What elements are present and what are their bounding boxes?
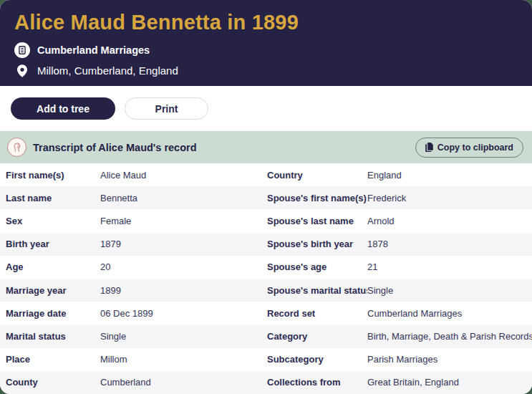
field-label-right: Spouse's last name bbox=[267, 216, 367, 226]
copy-button-label: Copy to clipboard bbox=[437, 143, 513, 153]
field-label-left: Marriage date bbox=[0, 308, 100, 319]
field-label-left: Age bbox=[0, 261, 100, 272]
field-label-right: Subcategory bbox=[267, 354, 367, 365]
field-label-right: Country bbox=[267, 170, 367, 181]
location-label: Millom, Cumberland, England bbox=[37, 64, 178, 77]
field-label-right: Spouse's marital status bbox=[267, 285, 367, 296]
field-label-left: Sex bbox=[0, 216, 100, 226]
field-label-left: Last name bbox=[0, 193, 100, 203]
field-label-right: Record set bbox=[267, 308, 367, 319]
record-set-label: Cumberland Marriages bbox=[37, 44, 150, 56]
print-button[interactable]: Print bbox=[125, 97, 208, 120]
field-label-left: County bbox=[0, 377, 100, 388]
field-label-left: Marriage year bbox=[0, 285, 100, 296]
table-row: Marriage date 06 Dec 1899 Record set Cum… bbox=[0, 302, 532, 325]
field-value-left: Alice Maud bbox=[100, 170, 267, 181]
field-label-right: Spouse's age bbox=[267, 261, 367, 272]
field-value-right: Great Britain, England bbox=[367, 377, 532, 388]
field-value-right: 1878 bbox=[367, 239, 532, 249]
table-row: Place Millom Subcategory Parish Marriage… bbox=[0, 348, 532, 371]
copy-icon bbox=[425, 143, 433, 152]
table-row: Sex Female Spouse's last name Arnold bbox=[0, 209, 532, 232]
page-title: Alice Maud Bennetta in 1899 bbox=[14, 11, 518, 34]
field-value-left: Female bbox=[100, 216, 267, 226]
table-row: County Cumberland Collections from Great… bbox=[0, 371, 532, 394]
table-row: First name(s) Alice Maud Country England bbox=[0, 163, 532, 186]
field-value-right: England bbox=[367, 170, 532, 181]
field-label-left: Place bbox=[0, 354, 100, 365]
action-bar: Add to tree Print bbox=[0, 86, 532, 131]
transcript-title: Transcript of Alice Maud's record bbox=[33, 142, 197, 153]
field-value-left: 1879 bbox=[100, 239, 267, 249]
record-page: Alice Maud Bennetta in 1899 Cumberland M… bbox=[0, 0, 532, 394]
field-value-left: Millom bbox=[100, 354, 267, 365]
field-value-left: 06 Dec 1899 bbox=[100, 308, 267, 319]
table-row: Last name Bennetta Spouse's first name(s… bbox=[0, 186, 532, 209]
portrait-icon bbox=[7, 138, 26, 157]
add-to-tree-button[interactable]: Add to tree bbox=[11, 97, 115, 120]
table-row: Marital status Single Category Birth, Ma… bbox=[0, 325, 532, 347]
table-row: Birth year 1879 Spouse's birth year 1878 bbox=[0, 233, 532, 256]
field-value-right: Frederick bbox=[367, 193, 532, 203]
table-row: Marriage year 1899 Spouse's marital stat… bbox=[0, 279, 532, 302]
location-pin-icon bbox=[14, 64, 30, 77]
field-label-right: Spouse's birth year bbox=[267, 239, 367, 249]
field-value-right: Single bbox=[367, 285, 532, 296]
field-value-right: Parish Marriages bbox=[367, 354, 532, 365]
field-value-right: Cumberland Marriages bbox=[367, 308, 532, 319]
field-value-right: 21 bbox=[367, 261, 532, 272]
location-row: Millom, Cumberland, England bbox=[14, 64, 518, 77]
record-table: First name(s) Alice Maud Country England… bbox=[0, 163, 532, 394]
field-label-left: First name(s) bbox=[0, 170, 100, 181]
copy-to-clipboard-button[interactable]: Copy to clipboard bbox=[415, 138, 523, 158]
hero-header: Alice Maud Bennetta in 1899 Cumberland M… bbox=[0, 0, 532, 86]
field-value-left: Cumberland bbox=[100, 377, 267, 388]
field-value-right: Arnold bbox=[367, 216, 532, 226]
field-value-left: Bennetta bbox=[100, 193, 267, 203]
record-set-row: Cumberland Marriages bbox=[14, 42, 518, 58]
register-book-icon bbox=[14, 42, 30, 58]
field-label-left: Marital status bbox=[0, 331, 100, 342]
field-value-left: 1899 bbox=[100, 285, 267, 296]
field-value-left: Single bbox=[100, 331, 267, 342]
field-label-right: Spouse's first name(s) bbox=[267, 193, 367, 203]
field-label-right: Collections from bbox=[267, 377, 367, 388]
field-value-right: Birth, Marriage, Death & Parish Records bbox=[367, 331, 532, 342]
field-label-right: Category bbox=[267, 331, 367, 342]
field-label-left: Birth year bbox=[0, 239, 100, 249]
transcript-header: Transcript of Alice Maud's record Copy t… bbox=[0, 131, 532, 163]
table-row: Age 20 Spouse's age 21 bbox=[0, 256, 532, 279]
field-value-left: 20 bbox=[100, 261, 267, 272]
